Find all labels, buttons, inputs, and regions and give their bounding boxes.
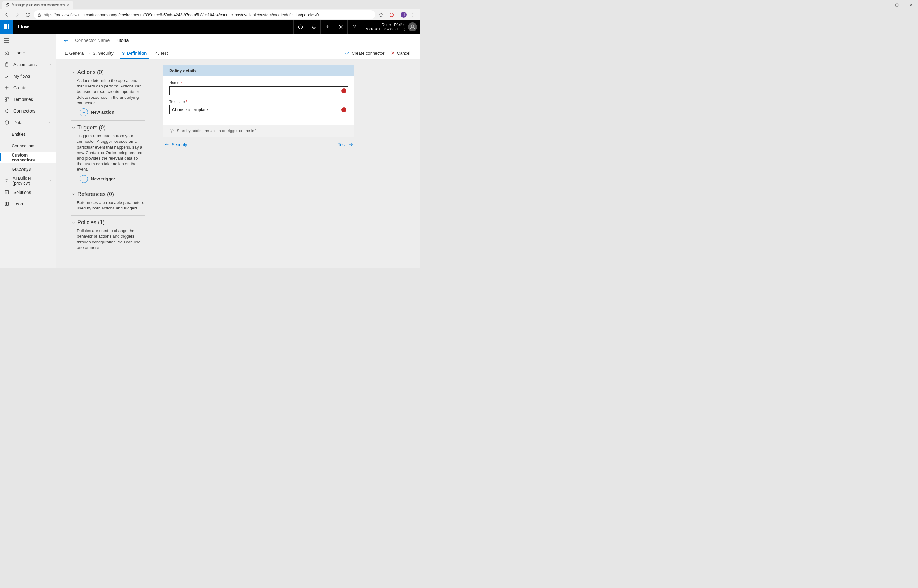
connector-icon	[4, 108, 9, 113]
user-menu[interactable]: Denzel Pfeifer Microsoft (new default) (	[361, 20, 419, 34]
back-button[interactable]	[62, 36, 70, 44]
solutions-icon	[4, 190, 9, 195]
feedback-icon[interactable]	[293, 20, 307, 34]
extension-icon[interactable]	[387, 10, 396, 19]
sidebar-item-home[interactable]: Home	[0, 47, 56, 59]
hamburger-icon	[4, 38, 9, 42]
help-icon[interactable]: ?	[347, 20, 361, 34]
sidebar-item-learn[interactable]: Learn	[0, 198, 56, 210]
sidebar-item-data[interactable]: Data	[0, 117, 56, 128]
plus-icon	[4, 85, 9, 90]
wizard-steps: 1. General › 2. Security › 3. Definition…	[56, 47, 419, 59]
sidebar-item-create[interactable]: Create	[0, 82, 56, 94]
svg-point-24	[6, 181, 7, 182]
policies-section-toggle[interactable]: Policies (1)	[71, 218, 145, 227]
browser-profile-avatar[interactable]: d	[401, 11, 407, 18]
svg-rect-19	[7, 97, 8, 99]
svg-point-11	[298, 25, 303, 29]
svg-point-22	[5, 179, 5, 180]
lock-icon	[37, 13, 41, 17]
sidebar-item-label: Learn	[13, 202, 24, 207]
data-icon	[4, 120, 9, 125]
sidebar-item-label: Custom connectors	[11, 153, 52, 162]
sidebar-item-label: Solutions	[13, 190, 31, 195]
step-test[interactable]: 4. Test	[153, 47, 170, 59]
cancel-button[interactable]: Cancel	[387, 51, 413, 56]
download-icon[interactable]	[321, 20, 334, 34]
svg-point-23	[7, 179, 8, 180]
tab-close-icon[interactable]: ✕	[67, 3, 70, 7]
step-security[interactable]: 2. Security	[91, 47, 116, 59]
flow-icon	[4, 74, 9, 79]
sidebar-item-connectors[interactable]: Connectors	[0, 105, 56, 117]
svg-rect-3	[6, 24, 7, 26]
browser-reload-button[interactable]	[23, 10, 32, 19]
address-bar[interactable]: https://preview.flow.microsoft.com/manag…	[34, 10, 375, 19]
app-launcher-button[interactable]	[0, 20, 13, 34]
svg-rect-10	[8, 28, 9, 29]
sidebar-item-label: Data	[13, 120, 23, 125]
sidebar-item-ai-builder[interactable]: AI Builder (preview)	[0, 175, 56, 187]
user-avatar-icon	[408, 22, 417, 31]
prev-step-button[interactable]: Security	[164, 142, 187, 147]
template-select[interactable]: Choose a template	[169, 105, 348, 115]
actions-description: Actions determine the operations that us…	[71, 77, 145, 106]
book-icon	[4, 202, 9, 207]
info-icon	[169, 128, 174, 133]
settings-gear-icon[interactable]	[334, 20, 347, 34]
svg-point-14	[340, 26, 342, 28]
sidebar-item-label: Connectors	[13, 108, 36, 113]
sidebar-item-my-flows[interactable]: My flows	[0, 70, 56, 82]
sidebar: Home Action items My flows Create Templa…	[0, 34, 56, 268]
triggers-section-toggle[interactable]: Triggers (0)	[71, 123, 145, 132]
browser-forward-button[interactable]	[13, 10, 21, 19]
references-description: References are reusable parameters used …	[71, 199, 145, 211]
browser-tab[interactable]: Manage your custom connectors ✕	[2, 1, 73, 9]
browser-back-button[interactable]	[2, 10, 11, 19]
sidebar-item-action-items[interactable]: Action items	[0, 59, 56, 70]
create-connector-button[interactable]: Create connector	[342, 51, 387, 56]
sidebar-item-label: Connections	[11, 144, 36, 148]
name-input[interactable]	[169, 86, 348, 95]
sidebar-item-custom-connectors[interactable]: Custom connectors	[0, 152, 56, 163]
sidebar-item-templates[interactable]: Templates	[0, 94, 56, 105]
sidebar-item-entities[interactable]: Entities	[0, 128, 56, 140]
svg-rect-2	[4, 24, 5, 26]
waffle-icon	[4, 24, 9, 29]
chevron-down-icon	[71, 70, 76, 74]
step-general[interactable]: 1. General	[62, 47, 87, 59]
notifications-icon[interactable]	[307, 20, 321, 34]
next-step-button[interactable]: Test	[338, 142, 353, 147]
svg-point-12	[300, 26, 300, 27]
sidebar-collapse-button[interactable]	[0, 34, 56, 47]
new-tab-button[interactable]: ＋	[73, 1, 81, 9]
new-action-button[interactable]: + New action	[71, 106, 145, 116]
svg-rect-6	[6, 26, 7, 27]
svg-point-1	[390, 13, 393, 16]
url-path: preview.flow.microsoft.com/manage/enviro…	[56, 13, 319, 17]
chevron-right-icon: ›	[149, 51, 153, 55]
url-protocol: https://	[44, 13, 56, 17]
user-name: Denzel Pfeifer	[365, 23, 405, 27]
policy-details-panel: Policy details Name * ! Template * Choos…	[163, 65, 355, 137]
sidebar-item-gateways[interactable]: Gateways	[0, 163, 56, 175]
browser-menu-icon[interactable]: ⋮	[408, 10, 417, 19]
actions-section-toggle[interactable]: Actions (0)	[71, 68, 145, 77]
crumb-value: Tutorial	[115, 38, 130, 43]
chevron-down-icon	[71, 220, 76, 225]
new-trigger-button[interactable]: + New trigger	[71, 173, 145, 183]
error-icon: !	[342, 107, 346, 112]
error-icon: !	[342, 88, 346, 93]
triggers-description: Triggers read data in from your connecto…	[71, 132, 145, 173]
chevron-right-icon: ›	[87, 51, 91, 55]
svg-rect-5	[4, 26, 5, 27]
step-definition[interactable]: 3. Definition	[120, 47, 149, 59]
bookmark-star-icon[interactable]	[377, 10, 385, 19]
plus-circle-icon: +	[80, 175, 88, 183]
plus-circle-icon: +	[80, 108, 88, 116]
sidebar-item-solutions[interactable]: Solutions	[0, 187, 56, 198]
tab-title: Manage your custom connectors	[11, 3, 65, 7]
sidebar-item-connections[interactable]: Connections	[0, 140, 56, 152]
ai-icon	[4, 178, 8, 183]
references-section-toggle[interactable]: References (0)	[71, 190, 145, 199]
